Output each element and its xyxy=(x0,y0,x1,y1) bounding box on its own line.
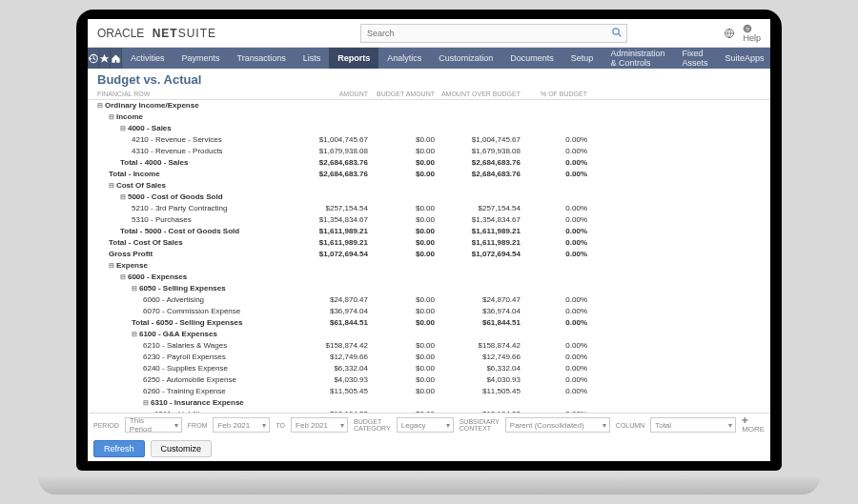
report-row[interactable]: 5310 - Purchases$1,354,834.67$0.00$1,354… xyxy=(97,214,761,226)
cell-amount: $4,030.93 xyxy=(307,374,374,386)
subsidiary-label: SUBSIDIARY CONTEXT xyxy=(460,418,500,432)
report-row[interactable]: 6310 - Insurance Expense xyxy=(97,397,761,409)
report-row[interactable]: Gross Profit$1,072,694.54$0.00$1,072,694… xyxy=(97,249,761,260)
nav-history-button[interactable] xyxy=(88,48,99,69)
report-row[interactable]: Total - Income$2,684,683.76$0.00$2,684,6… xyxy=(97,169,761,180)
from-label: FROM xyxy=(188,422,208,429)
cell-budget: $0.00 xyxy=(374,317,440,329)
report-row[interactable]: Income xyxy=(97,111,761,123)
cell-over xyxy=(440,397,526,409)
cell-over xyxy=(440,100,526,111)
cell-pct xyxy=(526,329,593,340)
brand-oracle: ORACLE xyxy=(97,27,144,40)
report-row[interactable]: 6050 - Selling Expenses xyxy=(97,283,761,294)
cell-over: $1,004,745.67 xyxy=(440,134,526,146)
cell-budget: $0.00 xyxy=(374,294,440,306)
cell-over: $11,505.45 xyxy=(440,386,526,397)
cell-pct xyxy=(526,123,593,134)
nav-item-payments[interactable]: Payments xyxy=(174,48,229,69)
cell-over: $1,611,989.21 xyxy=(440,226,526,237)
header-icons: ? Help xyxy=(724,24,761,43)
subsidiary-select[interactable]: Parent (Consolidated) xyxy=(505,417,610,433)
nav-item-lists[interactable]: Lists xyxy=(295,48,330,69)
nav-item-reports[interactable]: Reports xyxy=(329,48,378,69)
cell-amount: $158,874.42 xyxy=(307,340,374,352)
cell-budget: $0.00 xyxy=(374,146,440,157)
refresh-button[interactable]: Refresh xyxy=(93,440,145,457)
cell-amount: $1,611,989.21 xyxy=(307,226,374,237)
nav-item-transactions[interactable]: Transactions xyxy=(229,48,295,69)
cell-budget: $0.00 xyxy=(374,363,440,374)
cell-over: $1,679,938.08 xyxy=(440,146,526,157)
nav-item-customization[interactable]: Customization xyxy=(430,48,501,69)
cell-amount xyxy=(307,260,374,272)
cell-over xyxy=(440,272,526,283)
star-icon xyxy=(99,53,110,64)
report-row[interactable]: 4210 - Revenue - Services$1,004,745.67$0… xyxy=(97,134,761,146)
cell-budget: $0.00 xyxy=(374,386,440,397)
nav-favorites-button[interactable] xyxy=(99,48,111,69)
row-label: 6230 - Payroll Expenses xyxy=(97,352,307,363)
nav-item-suiteapps[interactable]: SuiteApps xyxy=(716,48,770,69)
column-select[interactable]: Total xyxy=(650,417,736,433)
report-row[interactable]: Total - 4000 - Sales$2,684,683.76$0.00$2… xyxy=(97,157,761,169)
cell-pct xyxy=(526,283,593,294)
cell-budget xyxy=(374,283,440,294)
to-select[interactable]: Feb 2021 xyxy=(291,417,348,433)
col-amount-over-budget: AMOUNT OVER BUDGET xyxy=(440,91,526,97)
nav-item-analytics[interactable]: Analytics xyxy=(378,48,430,69)
report-row[interactable]: Ordinary Income/Expense xyxy=(97,100,761,111)
nav-item-administration-controls[interactable]: Administration & Controls xyxy=(602,48,673,69)
search-input[interactable] xyxy=(360,24,627,43)
cell-amount: $6,332.04 xyxy=(307,363,374,374)
row-label: 6060 - Advertising xyxy=(97,294,307,306)
report-row[interactable]: 6260 - Training Expense$11,505.45$0.00$1… xyxy=(97,386,761,397)
more-filters[interactable]: ✚ MORE xyxy=(742,416,765,433)
budget-category-select[interactable]: Legacy xyxy=(397,417,454,433)
report-body[interactable]: Ordinary Income/ExpenseIncome4000 - Sale… xyxy=(88,100,770,413)
global-settings-icon[interactable] xyxy=(724,28,735,39)
from-select[interactable]: Feb 2021 xyxy=(213,417,270,433)
report-row[interactable]: 5000 - Cost of Goods Sold xyxy=(97,192,761,203)
cell-budget: $0.00 xyxy=(374,214,440,226)
nav-item-fixed-assets[interactable]: Fixed Assets xyxy=(673,48,716,69)
report-row[interactable]: 6250 - Automobile Expense$4,030.93$0.00$… xyxy=(97,374,761,386)
cell-over xyxy=(440,111,526,123)
report-row[interactable]: 6230 - Payroll Expenses$12,749.66$0.00$1… xyxy=(97,352,761,363)
subsidiary-value: Parent (Consolidated) xyxy=(510,421,584,430)
nav-item-documents[interactable]: Documents xyxy=(501,48,562,69)
report-row[interactable]: Expense xyxy=(97,260,761,272)
report-row[interactable]: Total - Cost Of Sales$1,611,989.21$0.00$… xyxy=(97,237,761,249)
cell-budget xyxy=(374,260,440,272)
nav-home-button[interactable] xyxy=(111,48,122,69)
help-link[interactable]: ? Help xyxy=(743,24,761,43)
cell-budget: $0.00 xyxy=(374,249,440,260)
report-row[interactable]: 4310 - Revenue - Products$1,679,938.08$0… xyxy=(97,146,761,157)
col-amount: AMOUNT xyxy=(307,91,374,97)
search-button[interactable] xyxy=(606,23,627,42)
report-row[interactable]: 5210 - 3rd Party Contracting$257,154.54$… xyxy=(97,203,761,214)
report-row[interactable]: Total - 6050 - Selling Expenses$61,844.5… xyxy=(97,317,761,329)
report-row[interactable]: 6100 - G&A Expenses xyxy=(97,329,761,340)
search-icon xyxy=(612,28,622,37)
report-row[interactable]: 6210 - Salaries & Wages$158,874.42$0.00$… xyxy=(97,340,761,352)
cell-budget xyxy=(374,192,440,203)
help-label: Help xyxy=(743,33,761,43)
cell-budget: $0.00 xyxy=(374,306,440,317)
cell-over xyxy=(440,123,526,134)
global-search xyxy=(360,23,627,43)
report-row[interactable]: 4000 - Sales xyxy=(97,123,761,134)
customize-button[interactable]: Customize xyxy=(151,440,213,457)
row-label: Total - 6050 - Selling Expenses xyxy=(97,317,307,329)
report-row[interactable]: Cost Of Sales xyxy=(97,180,761,192)
home-icon xyxy=(111,53,121,64)
report-row[interactable]: 6060 - Advertising$24,870.47$0.00$24,870… xyxy=(97,294,761,306)
report-row[interactable]: 6240 - Supplies Expense$6,332.04$0.00$6,… xyxy=(97,363,761,374)
nav-item-activities[interactable]: Activities xyxy=(122,48,174,69)
report-row[interactable]: 6000 - Expenses xyxy=(97,272,761,283)
cell-amount xyxy=(307,111,374,123)
period-select[interactable]: This Period xyxy=(125,417,182,433)
nav-item-setup[interactable]: Setup xyxy=(562,48,603,69)
report-row[interactable]: 6070 - Commission Expense$36,974.04$0.00… xyxy=(97,306,761,317)
report-row[interactable]: Total - 5000 - Cost of Goods Sold$1,611,… xyxy=(97,226,761,237)
